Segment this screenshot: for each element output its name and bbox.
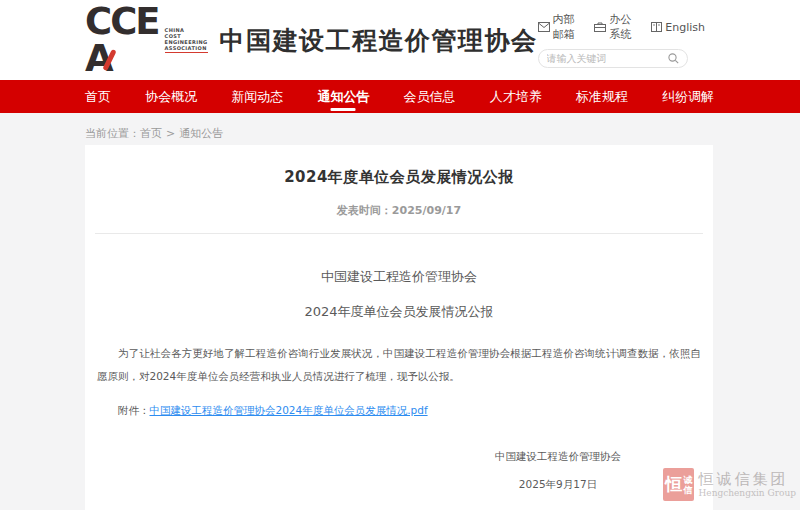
header-right: 内部邮箱 办公系统 English — [538, 12, 705, 68]
header-left: CCEA CHINA COST ENGINEERING ASSOCIATION … — [85, 3, 538, 77]
seal-char-bottom: 信 — [683, 485, 692, 495]
attachment-pdf-link[interactable]: 中国建设工程造价管理协会2024年度单位会员发展情况.pdf — [150, 404, 428, 416]
site-logo[interactable]: CCEA CHINA COST ENGINEERING ASSOCIATION — [85, 3, 208, 77]
breadcrumb-home-link[interactable]: 首页 — [140, 127, 162, 140]
publish-time: 发表时间：2025/09/17 — [85, 203, 713, 218]
main-nav: 首页 协会概况 新闻动态 通知公告 会员信息 人才培养 标准规程 纠纷调解 — [0, 80, 800, 113]
watermark-name-en: Hengchengxin Group — [698, 488, 796, 499]
watermark-text: 恒诚信集团 Hengchengxin Group — [698, 471, 796, 499]
mail-icon — [538, 22, 550, 32]
quick-link-label: English — [665, 21, 705, 34]
internal-mail-link[interactable]: 内部邮箱 — [538, 12, 581, 42]
logo-letter-a-with-red-swoosh: A — [85, 40, 112, 77]
org-name-title: 中国建设工程造价管理协会 — [220, 24, 538, 57]
article-card: 2024年度单位会员发展情况公报 发表时间：2025/09/17 中国建设工程造… — [85, 145, 713, 510]
nav-item-notices[interactable]: 通知公告 — [317, 80, 369, 113]
title-divider — [95, 233, 703, 234]
breadcrumb-separator: > — [166, 127, 175, 140]
nav-item-association-overview[interactable]: 协会概况 — [145, 80, 197, 113]
nav-item-dispute-mediation[interactable]: 纠纷调解 — [662, 80, 714, 113]
english-link[interactable]: English — [651, 21, 705, 34]
nav-item-home[interactable]: 首页 — [85, 80, 111, 113]
attachment-row: 附件：中国建设工程造价管理协会2024年度单位会员发展情况.pdf — [118, 404, 701, 418]
seal-char-top: 诚 — [683, 475, 692, 485]
quick-link-label: 内部邮箱 — [553, 12, 581, 42]
logo-tagline-line: ASSOCIATION — [165, 45, 208, 51]
signature-date: 2025年9月17日 — [453, 478, 663, 492]
seal-side-chars: 诚 信 — [683, 475, 692, 495]
briefcase-icon — [594, 22, 606, 32]
watermark-name-cn: 恒诚信集团 — [698, 471, 796, 488]
signature-block: 中国建设工程造价管理协会 2025年9月17日 — [453, 450, 663, 492]
article-title: 2024年度单位会员发展情况公报 — [85, 168, 713, 187]
search-input[interactable] — [547, 53, 664, 64]
nav-item-news[interactable]: 新闻动态 — [231, 80, 283, 113]
breadcrumb-label: 当前位置： — [85, 127, 140, 140]
seal-char-main: 恒 — [665, 476, 682, 493]
logo-acronym: CCEA — [85, 3, 159, 77]
logo-tagline: CHINA COST ENGINEERING ASSOCIATION — [165, 27, 208, 53]
nav-item-member-info[interactable]: 会员信息 — [404, 80, 456, 113]
office-system-link[interactable]: 办公系统 — [594, 12, 637, 42]
breadcrumb-current-link[interactable]: 通知公告 — [179, 127, 223, 140]
article-body-heading-org: 中国建设工程造价管理协会 — [85, 268, 713, 286]
breadcrumb: 当前位置：首页>通知公告 — [85, 126, 800, 141]
hengchengxin-seal-logo: 恒 诚 信 — [663, 468, 694, 501]
search-box — [538, 49, 688, 68]
article-paragraph: 为了让社会各方更好地了解工程造价咨询行业发展状况，中国建设工程造价管理协会根据工… — [97, 342, 701, 388]
book-icon — [651, 22, 662, 32]
publish-time-label: 发表时间： — [337, 204, 392, 217]
signature-org: 中国建设工程造价管理协会 — [453, 450, 663, 464]
article-body-heading-title: 2024年度单位会员发展情况公报 — [85, 303, 713, 321]
search-icon[interactable] — [668, 53, 679, 64]
main-nav-inner: 首页 协会概况 新闻动态 通知公告 会员信息 人才培养 标准规程 纠纷调解 — [85, 80, 714, 113]
quick-links: 内部邮箱 办公系统 English — [538, 12, 705, 42]
site-header: CCEA CHINA COST ENGINEERING ASSOCIATION … — [0, 0, 800, 80]
attachment-label: 附件： — [118, 404, 150, 416]
quick-link-label: 办公系统 — [609, 12, 637, 42]
nav-item-talent-training[interactable]: 人才培养 — [490, 80, 542, 113]
nav-item-standards[interactable]: 标准规程 — [576, 80, 628, 113]
publish-time-value: 2025/09/17 — [392, 204, 461, 217]
hengchengxin-watermark: 恒 诚 信 恒诚信集团 Hengchengxin Group — [663, 468, 796, 501]
